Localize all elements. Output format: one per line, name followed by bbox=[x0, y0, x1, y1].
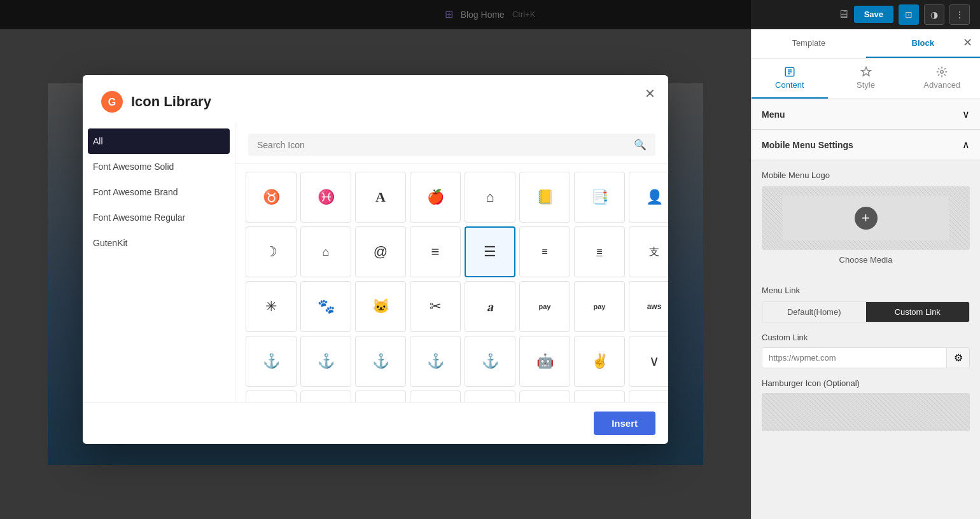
icon-cell[interactable]: 🏔 bbox=[574, 391, 625, 402]
close-panel-button[interactable]: ✕ bbox=[963, 36, 972, 50]
svg-point-4 bbox=[941, 71, 944, 74]
icon-cell[interactable]: pay bbox=[574, 281, 625, 332]
icon-cell[interactable]: ✂ bbox=[410, 281, 461, 332]
save-button[interactable]: Save bbox=[854, 6, 893, 23]
icon-cell[interactable]: ⚓ bbox=[465, 336, 515, 387]
top-bar-actions: 🖥 Save ⊡ ◑ ⋮ bbox=[837, 4, 970, 25]
menu-link-label: Menu Link bbox=[762, 286, 970, 295]
panel-icon-tabs: Content Style Advanced bbox=[752, 59, 980, 99]
icon-cell[interactable]: A bbox=[355, 172, 406, 223]
custom-link-btn[interactable]: Custom Link bbox=[866, 302, 970, 322]
icon-cell[interactable]: 支 bbox=[629, 226, 668, 277]
tab-content[interactable]: Content bbox=[752, 59, 828, 99]
custom-link-area: Custom Link ⚙ bbox=[762, 333, 970, 368]
icon-cell[interactable]: 👤 bbox=[629, 172, 668, 223]
icon-cell[interactable]: ⚓ bbox=[410, 336, 461, 387]
sidebar-item-all[interactable]: All bbox=[88, 128, 230, 154]
icon-cell[interactable]: pay bbox=[519, 281, 570, 332]
insert-button[interactable]: Insert bbox=[594, 412, 655, 435]
modal-sidebar: All Font Awesome Solid Font Awesome Bran… bbox=[83, 123, 235, 402]
sidebar-item-font-awesome-regular[interactable]: Font Awesome Regular bbox=[83, 205, 235, 230]
icon-cell[interactable]: 🔒 bbox=[629, 391, 668, 402]
block-editor-icon[interactable]: ⊡ bbox=[899, 4, 919, 25]
icon-cell[interactable]: 🐾 bbox=[300, 281, 351, 332]
icon-cell[interactable]: ⌂ bbox=[465, 172, 515, 223]
icon-cell[interactable]: ☽ bbox=[246, 226, 297, 277]
search-input[interactable] bbox=[257, 140, 629, 150]
logo-upload-box[interactable]: + bbox=[762, 186, 970, 250]
search-bar: 🔍 bbox=[248, 134, 655, 156]
divider-1 bbox=[762, 275, 970, 275]
icon-grid-wrap: ♉ ♓ A 🍎 ⌂ 📒 📑 👤 👥 ad ☽ ⌂ @ bbox=[235, 164, 668, 402]
icon-cell[interactable]: ~~~ bbox=[519, 391, 570, 402]
icon-cell[interactable]: ⚓ bbox=[355, 336, 406, 387]
modal-icon-content: 🔍 ♉ ♓ A 🍎 ⌂ 📒 📑 👤 👥 bbox=[235, 123, 668, 402]
icon-cell[interactable]: ↑ bbox=[246, 391, 297, 402]
menu-section-title: Menu bbox=[762, 109, 785, 120]
modal-footer: Insert bbox=[83, 402, 668, 444]
search-bar-wrap: 🔍 bbox=[235, 123, 668, 164]
icon-cell[interactable]: 🍎 bbox=[410, 172, 461, 223]
mobile-menu-settings-title: Mobile Menu Settings bbox=[762, 140, 853, 150]
icon-cell[interactable]: ♓ bbox=[300, 172, 351, 223]
custom-link-settings-btn[interactable]: ⚙ bbox=[946, 348, 969, 368]
icon-cell-selected[interactable]: ☰ bbox=[465, 226, 515, 277]
sidebar-item-font-awesome-brand[interactable]: Font Awesome Brand bbox=[83, 179, 235, 205]
modal-overlay[interactable]: G Icon Library ✕ All Font Awesome Solid … bbox=[0, 0, 751, 519]
icon-cell[interactable]: 🐱 bbox=[355, 281, 406, 332]
icon-cell[interactable]: « bbox=[355, 391, 406, 402]
icon-cell[interactable]: » bbox=[410, 391, 461, 402]
content-tab-label: Content bbox=[775, 80, 804, 90]
choose-media-text[interactable]: Choose Media bbox=[762, 255, 970, 265]
default-home-btn[interactable]: Default(Home) bbox=[762, 302, 866, 322]
modal-header: G Icon Library ✕ bbox=[83, 75, 668, 113]
icon-cell[interactable]: ⌂ bbox=[300, 226, 351, 277]
icon-cell[interactable]: 𝐚 bbox=[465, 281, 515, 332]
icon-cell[interactable]: ⚓ bbox=[246, 336, 297, 387]
modal-close-button[interactable]: ✕ bbox=[640, 84, 659, 103]
hamburger-icon-label: Hamburger Icon (Optional) bbox=[762, 378, 970, 388]
icon-cell[interactable]: ✳ bbox=[246, 281, 297, 332]
hamburger-section: Hamburger Icon (Optional) bbox=[762, 378, 970, 431]
mobile-settings-collapse-icon: ∧ bbox=[962, 139, 970, 151]
icon-cell[interactable]: 📑 bbox=[574, 172, 625, 223]
mobile-menu-logo-label: Mobile Menu Logo bbox=[762, 170, 970, 180]
icon-cell[interactable]: ≡ bbox=[574, 226, 625, 277]
menu-collapse-icon: ∨ bbox=[962, 108, 970, 120]
add-logo-button[interactable]: + bbox=[855, 207, 878, 230]
custom-link-input[interactable] bbox=[762, 348, 946, 368]
menu-link-toggle: Default(Home) Custom Link bbox=[762, 301, 970, 322]
icon-cell[interactable]: @ bbox=[355, 226, 406, 277]
icon-cell[interactable]: ∨ bbox=[629, 336, 668, 387]
icon-cell[interactable]: ⚓ bbox=[300, 336, 351, 387]
menu-link-area: Menu Link Default(Home) Custom Link bbox=[762, 286, 970, 322]
icon-cell[interactable]: 📒 bbox=[519, 172, 570, 223]
icon-cell[interactable]: ∧ bbox=[465, 391, 515, 402]
right-panel: Template Block Content Style Advanced Me… bbox=[751, 29, 980, 519]
mobile-menu-settings-header[interactable]: Mobile Menu Settings ∧ bbox=[752, 130, 980, 160]
icon-cell[interactable]: 🤖 bbox=[519, 336, 570, 387]
sidebar-item-gutenkit[interactable]: GutenKit bbox=[83, 230, 235, 256]
gutenkit-logo: G bbox=[101, 90, 123, 113]
hamburger-icon-box[interactable] bbox=[762, 393, 970, 431]
more-options-icon[interactable]: ⋮ bbox=[949, 4, 970, 25]
custom-link-label: Custom Link bbox=[762, 333, 970, 342]
modal-title: Icon Library bbox=[131, 93, 211, 110]
icon-cell[interactable]: ✌ bbox=[574, 336, 625, 387]
desktop-preview-icon[interactable]: 🖥 bbox=[837, 8, 849, 21]
search-icon: 🔍 bbox=[634, 139, 647, 151]
icon-cell[interactable]: ↓ bbox=[300, 391, 351, 402]
panel-tabs: Template Block bbox=[752, 29, 980, 59]
icon-cell[interactable]: ≡ bbox=[410, 226, 461, 277]
modal-body: All Font Awesome Solid Font Awesome Bran… bbox=[83, 123, 668, 402]
sidebar-item-font-awesome-solid[interactable]: Font Awesome Solid bbox=[83, 154, 235, 179]
tab-style[interactable]: Style bbox=[828, 59, 904, 99]
tab-template[interactable]: Template bbox=[752, 29, 866, 58]
menu-section-header[interactable]: Menu ∨ bbox=[752, 99, 980, 130]
tab-advanced[interactable]: Advanced bbox=[904, 59, 980, 99]
icon-cell[interactable]: ♉ bbox=[246, 172, 297, 223]
contrast-icon[interactable]: ◑ bbox=[924, 4, 944, 25]
logo-upload-inner: + bbox=[783, 196, 949, 240]
icon-cell[interactable]: ≡ bbox=[519, 226, 570, 277]
icon-cell[interactable]: aws bbox=[629, 281, 668, 332]
